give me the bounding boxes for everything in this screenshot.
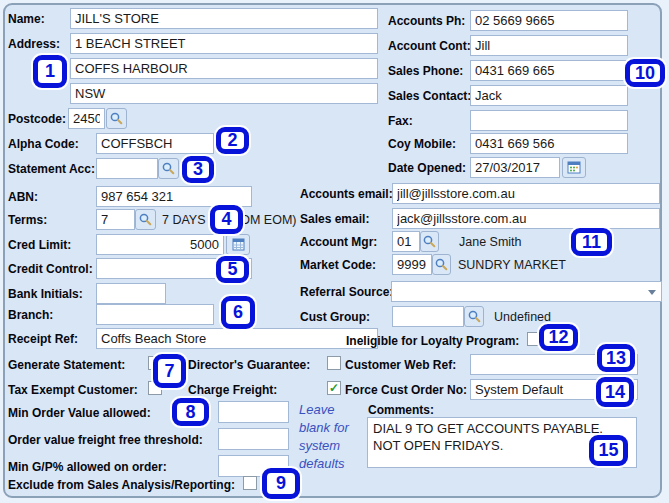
statement-acc-lookup-button[interactable] xyxy=(158,158,179,179)
cred-limit-label: Cred Limit: xyxy=(8,238,71,252)
branch-label: Branch: xyxy=(8,308,53,322)
customer-web-ref-label: Customer Web Ref: xyxy=(345,358,456,372)
account-mgr-name: Jane Smith xyxy=(459,235,522,249)
callout-6: 6 xyxy=(221,296,255,329)
cust-group-name: Undefined xyxy=(494,310,551,324)
callout-9: 9 xyxy=(262,468,300,499)
market-code-name: SUNDRY MARKET xyxy=(458,258,566,272)
terms-code-input[interactable] xyxy=(96,209,135,230)
referral-source-label: Referral Source: xyxy=(300,285,393,299)
callout-14: 14 xyxy=(596,377,634,407)
terms-lookup-button[interactable] xyxy=(135,209,156,230)
cred-limit-input[interactable] xyxy=(96,234,224,255)
bank-initials-input[interactable] xyxy=(96,283,166,304)
ineligible-loyalty-label: Ineligible for Loyalty Program: xyxy=(346,334,519,348)
callout-1: 1 xyxy=(33,55,67,88)
name-input[interactable] xyxy=(70,8,378,29)
min-order-value-input[interactable] xyxy=(218,401,289,423)
postcode-input[interactable] xyxy=(68,108,105,129)
abn-input[interactable] xyxy=(96,186,252,207)
accounts-email-label: Accounts email: xyxy=(300,187,393,201)
sales-email-label: Sales email: xyxy=(300,212,369,226)
callout-5: 5 xyxy=(216,256,249,283)
account-mgr-lookup-button[interactable] xyxy=(420,231,439,252)
accounts-ph-label: Accounts Ph: xyxy=(388,14,465,28)
magnifier-icon xyxy=(423,235,436,248)
address-line1-input[interactable] xyxy=(70,33,378,54)
exclude-sales-label: Exclude from Sales Analysis/Reporting: xyxy=(8,478,235,492)
magnifier-icon xyxy=(162,162,175,175)
account-cont-input[interactable] xyxy=(470,35,628,56)
min-order-value-label: Min Order Value allowed: xyxy=(8,406,151,420)
cust-group-lookup-button[interactable] xyxy=(464,306,484,327)
callout-4: 4 xyxy=(210,205,243,234)
chevron-down-icon xyxy=(648,290,656,299)
sales-email-input[interactable] xyxy=(392,208,660,229)
cred-limit-calculator-button[interactable] xyxy=(226,234,250,255)
magnifier-icon xyxy=(468,310,481,323)
sales-contact-input[interactable] xyxy=(470,85,628,106)
sales-phone-label: Sales Phone: xyxy=(388,64,463,78)
calculator-icon xyxy=(232,238,245,251)
sales-phone-input[interactable] xyxy=(470,60,628,81)
exclude-sales-checkbox[interactable] xyxy=(243,476,257,490)
market-code-label: Market Code: xyxy=(300,258,376,272)
coy-mobile-input[interactable] xyxy=(470,133,628,154)
force-cust-order-value: System Default xyxy=(475,382,563,397)
postcode-label: Postcode: xyxy=(8,112,66,126)
referral-source-select[interactable] xyxy=(391,281,662,302)
freight-free-threshold-input[interactable] xyxy=(218,428,289,450)
cust-group-label: Cust Group: xyxy=(300,310,370,324)
statement-acc-label: Statement Acc: xyxy=(8,162,95,176)
directors-guarantee-label: Director's Guarantee: xyxy=(188,358,310,372)
callout-2: 2 xyxy=(216,127,249,154)
calendar-icon xyxy=(567,161,581,174)
market-code-input[interactable] xyxy=(392,254,432,275)
date-opened-label: Date Opened: xyxy=(388,161,466,175)
coy-mobile-label: Coy Mobile: xyxy=(388,137,456,151)
address-line3-input[interactable] xyxy=(70,83,378,104)
callout-13: 13 xyxy=(597,344,635,372)
bank-initials-label: Bank Initials: xyxy=(8,287,83,301)
magnifier-icon xyxy=(139,213,152,226)
name-label: Name: xyxy=(8,12,45,26)
alpha-code-input[interactable] xyxy=(96,133,214,154)
magnifier-icon xyxy=(110,112,123,125)
callout-15: 15 xyxy=(589,435,628,466)
account-mgr-input[interactable] xyxy=(392,231,420,252)
market-code-lookup-button[interactable] xyxy=(432,254,451,275)
postcode-lookup-button[interactable] xyxy=(106,108,127,129)
directors-guarantee-checkbox[interactable] xyxy=(327,356,341,370)
receipt-ref-input[interactable] xyxy=(96,328,378,349)
defaults-note: Leave blank for system defaults xyxy=(299,401,361,473)
sales-contact-label: Sales Contact: xyxy=(388,89,471,103)
fax-label: Fax: xyxy=(388,114,413,128)
generate-statement-label: Generate Statement: xyxy=(8,358,125,372)
fax-input[interactable] xyxy=(470,110,628,131)
comments-label: Comments: xyxy=(368,403,434,417)
freight-free-threshold-label: Order value freight free threshold: xyxy=(8,433,203,447)
branch-input[interactable] xyxy=(96,304,214,325)
date-opened-input[interactable] xyxy=(470,157,560,178)
terms-label: Terms: xyxy=(8,213,47,227)
alpha-code-label: Alpha Code: xyxy=(8,137,79,151)
receipt-ref-label: Receipt Ref: xyxy=(8,332,78,346)
tax-exempt-label: Tax Exempt Customer: xyxy=(8,383,138,397)
address-line2-input[interactable] xyxy=(70,58,378,79)
date-opened-calendar-button[interactable] xyxy=(562,157,586,178)
charge-freight-label: Charge Freight: xyxy=(188,383,277,397)
callout-10: 10 xyxy=(625,59,665,87)
callout-8: 8 xyxy=(172,398,209,426)
customer-details-form: Name: Address: Postcode: Alpha Code: Sta… xyxy=(0,0,669,503)
callout-12: 12 xyxy=(539,324,578,351)
accounts-ph-input[interactable] xyxy=(470,10,628,31)
cust-group-input[interactable] xyxy=(392,306,464,327)
charge-freight-checkbox[interactable] xyxy=(327,381,341,395)
accounts-email-input[interactable] xyxy=(392,183,660,204)
credit-control-label: Credit Control: xyxy=(8,262,93,276)
statement-acc-input[interactable] xyxy=(96,158,158,179)
magnifier-icon xyxy=(435,258,448,271)
min-gp-label: Min G/P% allowed on order: xyxy=(8,460,167,474)
address-label: Address: xyxy=(8,37,60,51)
callout-11: 11 xyxy=(571,228,612,256)
